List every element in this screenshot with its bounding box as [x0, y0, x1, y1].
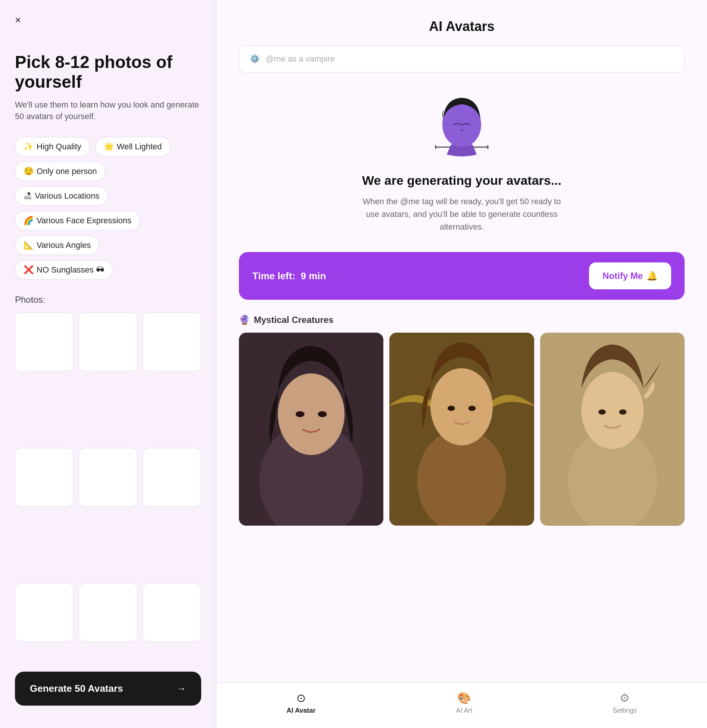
gallery-image-3 — [540, 333, 685, 525]
mystical-label: Mystical Creatures — [254, 315, 333, 325]
photo-cell-3[interactable] — [143, 312, 201, 371]
generating-desc: When the @me tag will be ready, you'll g… — [357, 195, 566, 233]
high-quality-emoji: ✨ — [24, 142, 34, 152]
gallery-item-3[interactable] — [540, 333, 685, 525]
nav-item-ai-avatar[interactable]: ⊙ AI Avatar — [287, 691, 316, 715]
svg-point-7 — [278, 374, 345, 455]
generating-title: We are generating your avatars... — [239, 173, 685, 188]
svg-point-13 — [448, 406, 455, 411]
tag-high-quality: ✨ High Quality — [15, 137, 90, 156]
svg-point-14 — [468, 406, 476, 411]
right-panel: AI Avatars ⚙️ @me as a vampire We are g — [217, 0, 707, 728]
avatar-svg — [424, 87, 499, 162]
close-button[interactable]: × — [15, 15, 21, 25]
photo-cell-6[interactable] — [143, 448, 201, 507]
tag-various-angles: 📐 Various Angles — [15, 236, 99, 255]
generate-button[interactable]: Generate 50 Avatars → — [15, 672, 201, 706]
svg-point-18 — [598, 410, 606, 415]
gallery-item-1[interactable] — [239, 333, 383, 525]
photo-cell-8[interactable] — [79, 583, 137, 642]
mystical-section-label: 🔮 Mystical Creatures — [239, 315, 685, 325]
tags-section: ✨ High Quality 🌟 Well Lighted 😌 Only one… — [15, 137, 201, 280]
generate-arrow-icon: → — [177, 683, 186, 694]
left-panel: × Pick 8-12 photos of yourself We'll use… — [0, 0, 217, 728]
various-face-label: Various Face Expressions — [37, 216, 131, 225]
photo-cell-4[interactable] — [15, 448, 74, 507]
bell-icon: 🔔 — [647, 271, 658, 281]
various-locations-emoji: 🏖 — [24, 191, 32, 201]
photos-label: Photos: — [15, 295, 201, 305]
photo-cell-1[interactable] — [15, 312, 74, 371]
avatar-illustration — [239, 87, 685, 162]
various-face-emoji: 🌈 — [24, 216, 34, 225]
tag-only-one-person: 😌 Only one person — [15, 162, 105, 181]
various-angles-emoji: 📐 — [24, 240, 34, 250]
tag-various-locations: 🏖 Various Locations — [15, 186, 108, 206]
gallery-image-1 — [239, 333, 383, 525]
nav-label-ai-avatar: AI Avatar — [287, 707, 316, 715]
mystical-emoji: 🔮 — [239, 315, 250, 325]
nav-label-settings: Settings — [613, 707, 637, 715]
time-left-text: Time left: 9 min — [252, 270, 326, 282]
svg-point-12 — [431, 368, 493, 446]
svg-point-17 — [581, 372, 644, 449]
photo-cell-7[interactable] — [15, 583, 74, 642]
time-left-prefix: Time left: — [252, 270, 295, 281]
various-angles-label: Various Angles — [37, 240, 91, 250]
bottom-nav: ⊙ AI Avatar 🎨 AI Art ⚙ Settings — [217, 682, 707, 728]
tag-no-sunglasses: ❌ NO Sunglasses 🕶 — [15, 260, 113, 280]
svg-point-9 — [318, 411, 327, 417]
svg-point-19 — [619, 410, 626, 415]
notify-btn-label: Notify Me — [602, 271, 643, 281]
nav-label-ai-art: AI Art — [456, 707, 472, 715]
only-one-person-emoji: 😌 — [24, 167, 34, 176]
search-bar[interactable]: ⚙️ @me as a vampire — [239, 46, 685, 72]
gallery-image-2 — [389, 333, 534, 525]
various-locations-label: Various Locations — [35, 191, 99, 201]
tag-various-face: 🌈 Various Face Expressions — [15, 211, 140, 230]
photo-cell-2[interactable] — [79, 312, 137, 371]
time-left-value: 9 min — [301, 270, 326, 281]
photo-cell-9[interactable] — [143, 583, 201, 642]
no-sunglasses-label: NO Sunglasses 🕶 — [37, 265, 104, 275]
photo-cell-5[interactable] — [79, 448, 137, 507]
photos-grid — [15, 312, 201, 713]
settings-icon: ⚙ — [620, 691, 630, 704]
page-subtitle: We'll use them to learn how you look and… — [15, 99, 201, 122]
ai-avatar-icon: ⊙ — [296, 691, 306, 704]
svg-point-8 — [296, 411, 305, 417]
generate-label: Generate 50 Avatars — [30, 683, 123, 694]
well-lighted-emoji: 🌟 — [104, 142, 114, 152]
well-lighted-label: Well Lighted — [117, 142, 162, 152]
notify-card: Time left: 9 min Notify Me 🔔 — [239, 252, 685, 300]
nav-item-settings[interactable]: ⚙ Settings — [613, 691, 637, 715]
right-title: AI Avatars — [239, 19, 685, 34]
svg-point-4 — [460, 129, 464, 131]
no-sunglasses-emoji: ❌ — [24, 265, 34, 275]
search-placeholder: @me as a vampire — [266, 54, 335, 64]
gallery-item-2[interactable] — [389, 333, 534, 525]
gear-icon: ⚙️ — [250, 54, 260, 64]
high-quality-label: High Quality — [37, 142, 81, 152]
page-title: Pick 8-12 photos of yourself — [15, 52, 201, 92]
gallery-row — [239, 333, 685, 525]
tag-well-lighted: 🌟 Well Lighted — [95, 137, 171, 156]
ai-art-icon: 🎨 — [457, 691, 471, 704]
nav-item-ai-art[interactable]: 🎨 AI Art — [456, 691, 472, 715]
notify-me-button[interactable]: Notify Me 🔔 — [589, 262, 671, 289]
only-one-person-label: Only one person — [37, 167, 97, 176]
